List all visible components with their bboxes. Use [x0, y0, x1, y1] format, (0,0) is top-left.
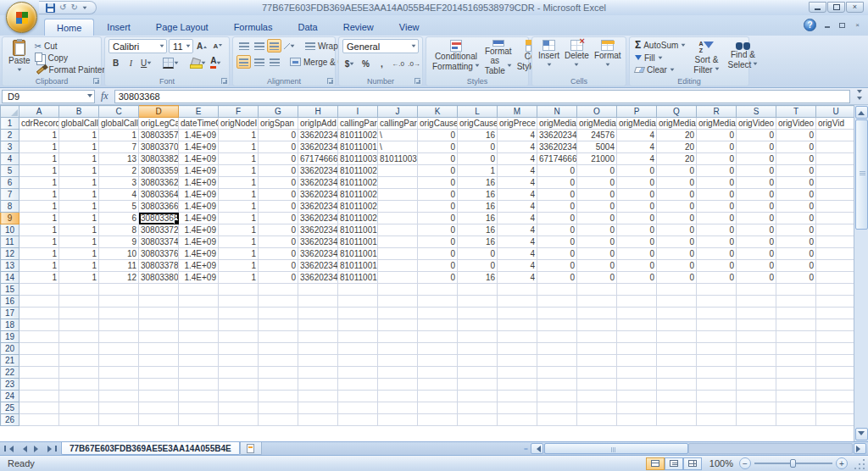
cell-K21[interactable] — [418, 355, 458, 367]
cell-N18[interactable] — [537, 319, 577, 331]
orientation-button[interactable] — [282, 39, 297, 53]
cell-A5[interactable]: 1 — [19, 165, 59, 177]
cell-O19[interactable] — [577, 331, 617, 343]
scroll-right-button[interactable] — [854, 443, 866, 454]
cell-T24[interactable] — [776, 391, 816, 402]
cell-C6[interactable]: 3 — [99, 177, 139, 189]
cell-O8[interactable]: 0 — [577, 201, 617, 213]
cell-L8[interactable]: 16 — [458, 201, 498, 213]
cell-L20[interactable] — [458, 343, 498, 355]
cell-E23[interactable] — [179, 379, 219, 391]
cell-H18[interactable] — [298, 319, 338, 331]
cell-S12[interactable]: 0 — [737, 248, 776, 260]
cell-I5[interactable]: 81011002 — [338, 165, 378, 177]
cell-A16[interactable] — [19, 296, 59, 308]
align-bottom-button[interactable] — [267, 39, 281, 53]
cell-S25[interactable] — [737, 402, 776, 414]
cell-R18[interactable] — [697, 319, 737, 331]
cell-B5[interactable]: 1 — [59, 165, 99, 177]
cell-Q15[interactable] — [657, 284, 697, 296]
cell-K14[interactable]: 0 — [418, 272, 458, 284]
cell-A22[interactable] — [19, 367, 59, 379]
cell-E3[interactable]: 1.4E+09 — [179, 141, 219, 153]
percent-format-button[interactable]: % — [359, 57, 373, 70]
cell-N3[interactable]: 33620234 — [537, 141, 577, 153]
cell-J1[interactable]: callingPar — [378, 118, 418, 130]
bold-button[interactable]: B — [108, 56, 123, 69]
cell-H14[interactable]: 33620234 — [298, 272, 338, 284]
cell-P11[interactable]: 0 — [617, 236, 657, 248]
cell-M16[interactable] — [498, 296, 537, 308]
cell-U2[interactable] — [816, 130, 854, 141]
cell-O25[interactable] — [577, 402, 617, 414]
cell-H24[interactable] — [298, 391, 338, 402]
cell-T1[interactable]: origVideo — [776, 118, 816, 130]
cell-K2[interactable]: 0 — [418, 130, 458, 141]
cell-N21[interactable] — [537, 355, 577, 367]
cell-H2[interactable]: 33620234 — [298, 130, 338, 141]
cell-D13[interactable]: 30803378 — [139, 260, 179, 272]
cell-M22[interactable] — [498, 367, 537, 379]
cell-E16[interactable] — [179, 296, 219, 308]
cell-P16[interactable] — [617, 296, 657, 308]
cell-A10[interactable]: 1 — [19, 224, 59, 236]
cell-P22[interactable] — [617, 367, 657, 379]
row-header-24[interactable]: 24 — [1, 391, 19, 402]
cell-B25[interactable] — [59, 402, 99, 414]
cell-A9[interactable]: 1 — [19, 213, 59, 224]
cell-A24[interactable] — [19, 391, 59, 402]
cell-F16[interactable] — [219, 296, 259, 308]
cell-G2[interactable]: 0 — [259, 130, 298, 141]
cell-S11[interactable]: 0 — [737, 236, 776, 248]
format-painter-button[interactable]: Format Painter — [33, 64, 107, 76]
cell-L1[interactable]: origCause — [458, 118, 498, 130]
cell-L21[interactable] — [458, 355, 498, 367]
cell-C7[interactable]: 4 — [99, 189, 139, 201]
cell-D8[interactable]: 30803366 — [139, 201, 179, 213]
cell-K6[interactable]: 0 — [418, 177, 458, 189]
cell-A18[interactable] — [19, 319, 59, 331]
cell-G5[interactable]: 0 — [259, 165, 298, 177]
cell-L9[interactable]: 16 — [458, 213, 498, 224]
cell-G1[interactable]: origSpan — [259, 118, 298, 130]
cell-T2[interactable]: 0 — [776, 130, 816, 141]
cell-R19[interactable] — [697, 331, 737, 343]
cell-P12[interactable]: 0 — [617, 248, 657, 260]
cell-N20[interactable] — [537, 343, 577, 355]
cell-T10[interactable]: 0 — [776, 224, 816, 236]
cell-U26[interactable] — [816, 414, 854, 426]
cell-M20[interactable] — [498, 343, 537, 355]
cell-B16[interactable] — [59, 296, 99, 308]
copy-button[interactable]: Copy — [33, 52, 107, 64]
cell-R7[interactable]: 0 — [697, 189, 737, 201]
cell-J14[interactable] — [378, 272, 418, 284]
cell-R17[interactable] — [697, 308, 737, 319]
cell-I24[interactable] — [338, 391, 378, 402]
cell-J9[interactable] — [378, 213, 418, 224]
column-header-R[interactable]: R — [697, 106, 737, 118]
cell-F14[interactable]: 1 — [219, 272, 259, 284]
select-all-corner[interactable] — [1, 106, 19, 118]
cell-U3[interactable] — [816, 141, 854, 153]
cell-G9[interactable]: 0 — [259, 213, 298, 224]
tab-page-layout[interactable]: Page Layout — [143, 18, 221, 36]
cell-I19[interactable] — [338, 331, 378, 343]
cell-R6[interactable]: 0 — [697, 177, 737, 189]
cell-A25[interactable] — [19, 402, 59, 414]
cell-C26[interactable] — [99, 414, 139, 426]
cell-Q17[interactable] — [657, 308, 697, 319]
cell-E12[interactable]: 1.4E+09 — [179, 248, 219, 260]
cell-K20[interactable] — [418, 343, 458, 355]
column-header-F[interactable]: F — [219, 106, 259, 118]
cell-J8[interactable] — [378, 201, 418, 213]
cell-D11[interactable]: 30803374 — [139, 236, 179, 248]
cell-A19[interactable] — [19, 331, 59, 343]
sort-filter-button[interactable]: AZ Sort & Filter — [691, 39, 721, 76]
cell-U7[interactable] — [816, 189, 854, 201]
increase-decimal-button[interactable]: ←.0 — [391, 57, 405, 70]
clear-button[interactable]: Clear — [633, 64, 687, 76]
last-sheet-button[interactable] — [46, 443, 58, 454]
cell-J18[interactable] — [378, 319, 418, 331]
cell-M14[interactable]: 4 — [498, 272, 537, 284]
cell-G20[interactable] — [259, 343, 298, 355]
